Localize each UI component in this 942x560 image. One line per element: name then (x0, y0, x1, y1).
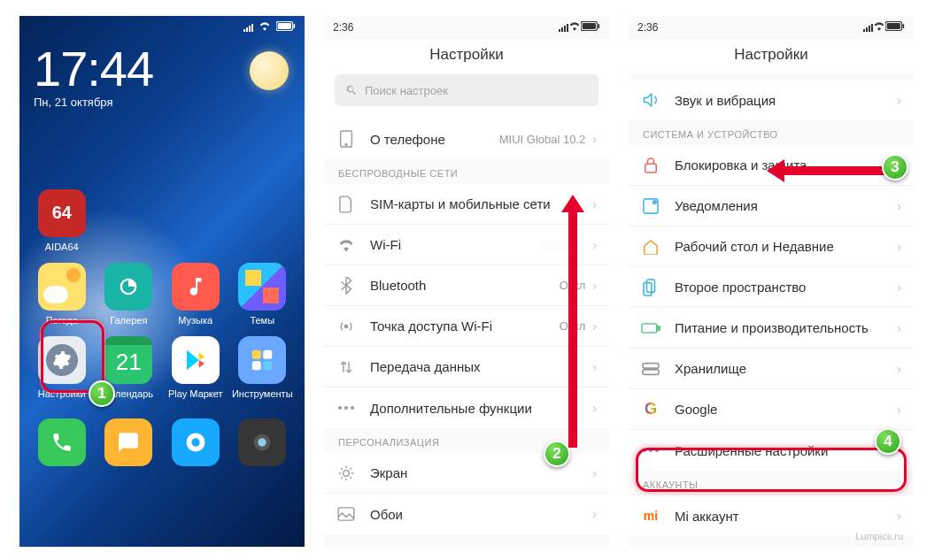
hotspot-icon (336, 317, 356, 336)
signal-icon (243, 23, 253, 32)
second-space-icon (641, 278, 660, 297)
app-aida64[interactable]: 64 AIDA64 (31, 189, 93, 252)
weather-moon-icon[interactable] (243, 48, 292, 97)
messages-icon (104, 418, 152, 466)
page-title: Настройки (324, 39, 609, 74)
marker-1: 1 (89, 380, 115, 407)
page-title: Настройки (629, 39, 914, 74)
wifi-icon (873, 21, 885, 34)
sim-icon (336, 195, 356, 214)
phone-icon (38, 418, 86, 466)
svg-rect-31 (642, 323, 657, 332)
mi-icon: mi (641, 506, 660, 525)
item-sound[interactable]: Звук и вибрация › (629, 80, 914, 120)
chevron-right-icon: › (592, 507, 597, 521)
chevron-right-icon: › (897, 199, 901, 213)
item-data[interactable]: Передача данных › (324, 347, 609, 387)
item-wifi[interactable]: Wi-Fi ———— › (324, 225, 609, 265)
status-time: 2:36 (637, 21, 658, 34)
chevron-right-icon: › (592, 360, 597, 374)
phone-settings-system: 2:36 Настройки Звук и вибрация › СИСТЕМА… (629, 16, 914, 547)
browser-icon (172, 418, 220, 466)
music-icon (172, 263, 220, 311)
svg-rect-24 (887, 23, 900, 29)
section-wireless: БЕСПРОВОДНЫЕ СЕТИ (324, 159, 609, 184)
svg-point-11 (259, 438, 266, 446)
chevron-right-icon: › (897, 321, 901, 335)
calendar-icon: 21 (104, 336, 152, 384)
sound-icon (641, 90, 660, 110)
app-music[interactable]: Музыка (165, 263, 227, 326)
item-hotspot[interactable]: Точка доступа Wi-Fi Откл › (324, 306, 609, 347)
app-camera[interactable] (231, 418, 293, 471)
app-themes[interactable]: Темы (231, 263, 293, 326)
search-icon (345, 84, 358, 96)
app-phone[interactable] (31, 418, 93, 471)
app-browser[interactable] (165, 418, 227, 471)
sun-icon (336, 464, 356, 483)
battery-icon (276, 21, 296, 34)
settings-icon (38, 336, 86, 384)
svg-rect-6 (252, 361, 261, 370)
item-storage[interactable]: Хранилище › (629, 349, 914, 389)
scroll-arrow (568, 209, 577, 448)
item-second-space[interactable]: Второе пространство › (629, 267, 914, 308)
battery-icon (885, 21, 905, 34)
gallery-icon (104, 263, 152, 311)
item-notifications[interactable]: Уведомления › (629, 186, 914, 226)
aida64-icon: 64 (38, 189, 86, 237)
chevron-right-icon: › (897, 93, 901, 107)
svg-rect-1 (278, 23, 291, 29)
chevron-right-icon: › (897, 403, 901, 417)
app-tools[interactable]: Инструменты (231, 336, 293, 399)
svg-rect-30 (644, 282, 652, 295)
svg-rect-2 (293, 24, 295, 28)
wifi-icon (336, 235, 356, 255)
svg-rect-7 (264, 361, 273, 370)
chevron-right-icon: › (897, 362, 901, 376)
lock-icon (641, 156, 660, 175)
svg-point-37 (655, 449, 659, 452)
item-battery[interactable]: Питание и производительность › (629, 308, 914, 349)
chevron-right-icon: › (592, 238, 597, 252)
app-gallery[interactable]: Галерея (97, 263, 159, 326)
item-advanced[interactable]: Расширенные настройки › (629, 430, 914, 471)
svg-rect-14 (598, 24, 599, 28)
app-play[interactable]: Play Маркет (165, 336, 227, 399)
item-more[interactable]: Дополнительные функции › (324, 387, 609, 428)
svg-rect-26 (645, 164, 656, 173)
play-icon (172, 336, 220, 384)
signal-icon (863, 23, 873, 32)
chevron-right-icon: › (897, 280, 901, 295)
app-grid: 64 AIDA64 Погода Галерея (19, 179, 305, 471)
svg-point-16 (345, 143, 347, 145)
svg-point-18 (338, 406, 342, 410)
chevron-right-icon: › (592, 279, 597, 293)
phone-homescreen: 17:44 Пн, 21 октября 64 AIDA64 Погода (19, 16, 305, 547)
app-weather[interactable]: Погода (31, 263, 93, 326)
more-icon (336, 398, 356, 418)
watermark: Lumpics.ru (855, 531, 903, 541)
item-about-phone[interactable]: О телефоне MIUI Global 10.2 › (324, 119, 609, 159)
clock-date: Пн, 21 октября (34, 96, 290, 109)
app-messages[interactable] (97, 418, 159, 471)
status-bar (19, 16, 305, 39)
item-wallpaper[interactable]: Обои › (324, 494, 609, 534)
item-google[interactable]: G Google › (629, 389, 914, 430)
camera-icon (238, 418, 286, 466)
svg-rect-34 (643, 369, 659, 373)
app-settings[interactable]: Настройки (31, 336, 93, 399)
signal-icon (559, 23, 568, 32)
svg-point-28 (653, 200, 657, 203)
svg-point-9 (191, 438, 199, 446)
svg-point-21 (344, 470, 350, 476)
item-bluetooth[interactable]: Bluetooth Откл › (324, 265, 609, 306)
svg-rect-32 (658, 326, 660, 330)
item-home[interactable]: Рабочий стол и Недавние › (629, 226, 914, 267)
marker-3: 3 (882, 154, 908, 180)
more-icon (641, 441, 660, 460)
phone-settings-top: 2:36 Настройки Поиск настроек О телефоне… (324, 16, 609, 547)
svg-rect-25 (902, 24, 904, 28)
chevron-right-icon: › (592, 401, 597, 415)
search-input[interactable]: Поиск настроек (335, 74, 598, 106)
